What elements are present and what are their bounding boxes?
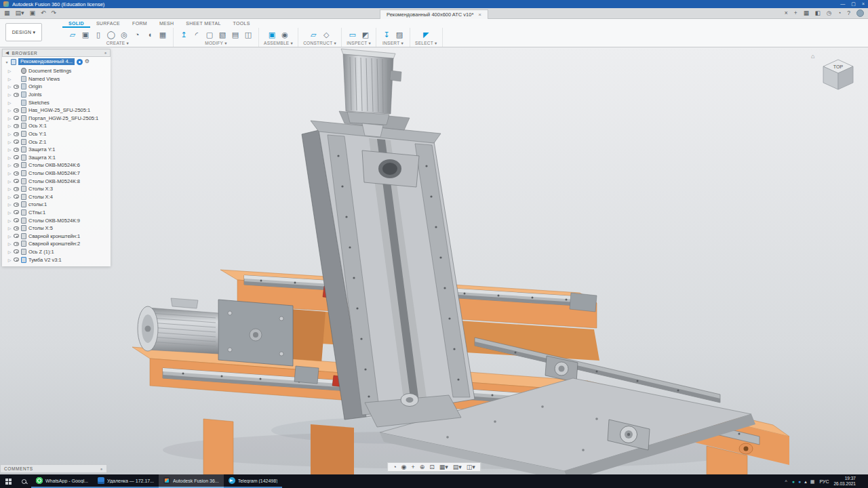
visibility-eye-icon[interactable]	[14, 85, 19, 89]
tree-item[interactable]: ▷ Столы X:5	[2, 224, 111, 232]
expand-arrow-icon[interactable]: ▷	[7, 84, 12, 89]
tree-item[interactable]: ▷ Origin	[2, 83, 111, 91]
expand-arrow-icon[interactable]: ▷	[7, 258, 12, 262]
display-settings-gear-icon[interactable]: ⚙	[85, 59, 90, 64]
construction-plane-icon[interactable]: ▱	[308, 29, 319, 40]
tree-item[interactable]: ▷ Столы ОКВ-М0524К:9	[2, 216, 111, 224]
visibility-eye-icon[interactable]	[14, 93, 19, 97]
visibility-eye-icon[interactable]	[14, 210, 19, 214]
expand-arrow-icon[interactable]: ▷	[7, 131, 12, 136]
cylinder-primitive-icon[interactable]: ▯	[93, 29, 104, 40]
extensions-icon[interactable]: ▦	[804, 10, 809, 16]
app-grid-icon[interactable]: ▦	[4, 10, 10, 16]
sphere-primitive-icon[interactable]: ◯	[106, 29, 117, 40]
expand-arrow-icon[interactable]: ▷	[7, 249, 12, 254]
comments-handle-icon[interactable]: ●	[100, 467, 103, 471]
tree-item[interactable]: ▷ Ось X:1	[2, 122, 111, 130]
press-pull-icon[interactable]: ↥	[178, 29, 189, 40]
close-button[interactable]: ×	[862, 1, 865, 7]
group-dropdown-insert[interactable]: INSERT ▾	[382, 41, 403, 46]
visibility-eye-icon[interactable]	[14, 203, 19, 207]
home-view-icon[interactable]: ⌂	[811, 53, 814, 60]
document-tab-close-icon[interactable]: ×	[478, 12, 481, 18]
expand-arrow-icon[interactable]: ▷	[7, 147, 12, 152]
tray-status-icon-4[interactable]: ▦	[810, 479, 815, 484]
joint-icon[interactable]: ◉	[279, 29, 290, 40]
visibility-eye-icon[interactable]	[14, 124, 19, 128]
visibility-eye-icon[interactable]	[14, 234, 19, 238]
pattern-icon[interactable]: ▦	[157, 29, 168, 40]
expand-arrow-icon[interactable]: ▷	[7, 163, 12, 167]
group-dropdown-create[interactable]: CREATE ▾	[106, 41, 129, 46]
tree-item[interactable]: ▷ Document Settings	[2, 67, 111, 75]
expand-arrow-icon[interactable]: ▷	[7, 210, 12, 215]
visibility-eye-icon[interactable]	[14, 171, 19, 176]
tree-item[interactable]: ▷ Named Views	[2, 75, 111, 83]
section-analysis-icon[interactable]: ◩	[360, 29, 371, 40]
visibility-eye-icon[interactable]	[14, 140, 19, 144]
torus-primitive-icon[interactable]: ◎	[119, 29, 130, 40]
taskbar-whatsapp-button[interactable]: WhatsApp - Googl...	[31, 474, 93, 488]
visibility-eye-icon[interactable]	[14, 249, 19, 253]
taskbar-telegram-button[interactable]: Telegram (142498)	[224, 474, 283, 488]
viewport-canvas[interactable]	[0, 47, 868, 474]
orbit-icon[interactable]: ◔	[393, 464, 396, 470]
expand-arrow-icon[interactable]: ▷	[7, 171, 12, 176]
view-cube-graphic[interactable]: TOP	[816, 52, 860, 94]
visibility-eye-icon[interactable]	[14, 116, 19, 120]
visibility-eye-icon[interactable]	[14, 258, 19, 262]
pan-icon[interactable]: +	[411, 464, 414, 470]
tree-item[interactable]: ▷ Столы ОКВ-М0524К:8	[2, 177, 111, 185]
group-dropdown-modify[interactable]: MODIFY ▾	[205, 41, 227, 46]
expand-arrow-icon[interactable]: ▷	[7, 100, 12, 105]
expand-arrow-icon[interactable]: ▷	[7, 77, 12, 81]
tree-item[interactable]: ▷ Ось Z (1):1	[2, 248, 111, 256]
language-indicator[interactable]: РУС	[819, 479, 829, 484]
visibility-eye-icon[interactable]	[14, 242, 19, 246]
toolbar-tab[interactable]: TOOLS	[227, 19, 256, 28]
tree-item[interactable]: ▷ Столы ОКВ-М0524К:7	[2, 169, 111, 178]
collapse-panel-icon[interactable]: ◀	[5, 50, 9, 56]
shell-icon[interactable]: ▢	[204, 29, 215, 40]
taskbar-remote-desktop-button[interactable]: Удаленка — 172.17...	[93, 474, 159, 488]
measure-icon[interactable]: ▭	[347, 29, 358, 40]
tree-item[interactable]: ▷ Столы X:4	[2, 193, 111, 201]
tray-status-icon-2[interactable]: ●	[798, 479, 801, 484]
select-icon[interactable]: ◤	[420, 29, 431, 40]
visibility-eye-icon[interactable]	[14, 179, 19, 183]
viewports-icon[interactable]: ◫▾	[467, 464, 475, 470]
expand-arrow-icon[interactable]: ▷	[7, 92, 12, 97]
file-menu-icon[interactable]: ▤▾	[16, 10, 24, 16]
visibility-eye-icon[interactable]	[14, 163, 19, 167]
visibility-eye-icon[interactable]	[14, 155, 19, 159]
look-at-icon[interactable]: ◉	[401, 464, 407, 470]
expand-arrow-icon[interactable]: ▷	[7, 241, 12, 246]
browser-root-item[interactable]: ▾ Рекомендованный 4... ⚙	[2, 57, 111, 66]
toolbar-tab[interactable]: SURFACE	[90, 19, 126, 28]
toolbar-tab[interactable]: MESH	[153, 19, 180, 28]
document-tab[interactable]: Рекомендованный 400x600 ATC v10* ×	[380, 9, 488, 19]
tree-item[interactable]: ▷ Сварной кронштейн:1	[2, 232, 111, 240]
tree-item[interactable]: ▷ столы:1	[2, 201, 111, 209]
tree-item[interactable]: ▷ Joints	[2, 91, 111, 99]
expand-arrow-icon[interactable]: ▾	[5, 60, 9, 64]
maximize-button[interactable]: ▢	[851, 1, 856, 7]
tree-item[interactable]: ▷ Защита X:1	[2, 154, 111, 162]
create-sketch-icon[interactable]: ▱	[67, 29, 78, 40]
taskbar-clock[interactable]: 19:37 26.03.2021	[833, 476, 856, 487]
redo-icon[interactable]: ↷	[52, 10, 57, 16]
tree-item[interactable]: ▷ Sketches	[2, 98, 111, 106]
save-icon[interactable]: ▣	[30, 10, 36, 16]
expand-arrow-icon[interactable]: ▷	[7, 155, 12, 160]
fillet-icon[interactable]: ◜	[191, 29, 202, 40]
new-component-icon[interactable]: ▣	[267, 29, 277, 40]
coil-primitive-icon[interactable]: ◔	[132, 29, 142, 40]
expand-arrow-icon[interactable]: ▷	[7, 68, 12, 73]
expand-arrow-icon[interactable]: ▷	[7, 202, 12, 207]
tray-status-icon-3[interactable]: ▴	[804, 479, 807, 484]
tree-item[interactable]: ▷ Защита Y:1	[2, 146, 111, 154]
split-body-icon[interactable]: ◫	[243, 29, 254, 40]
insert-decal-icon[interactable]: ▨	[394, 29, 405, 40]
visibility-eye-icon[interactable]	[14, 195, 19, 199]
expand-arrow-icon[interactable]: ▷	[7, 123, 12, 128]
